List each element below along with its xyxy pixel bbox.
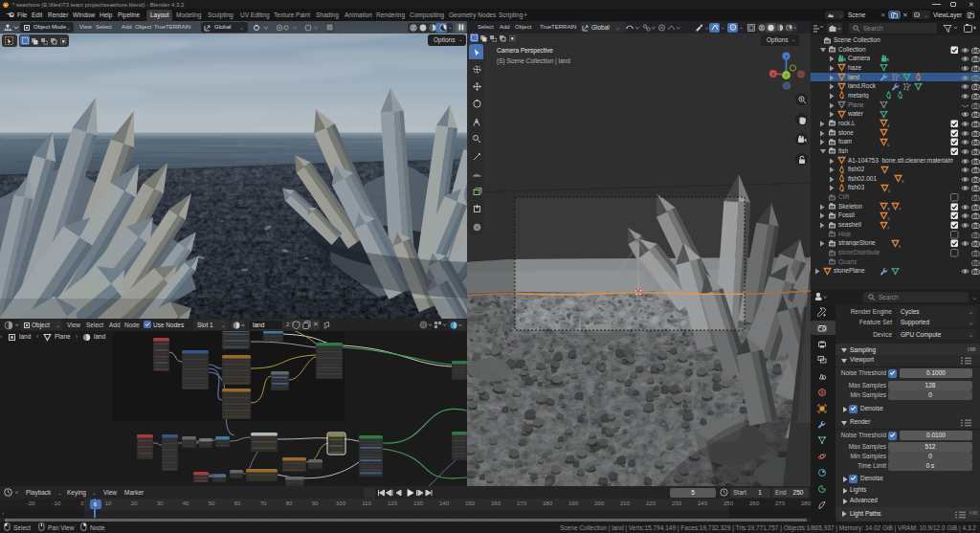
svg-text:Mussels: Mussels bbox=[209, 473, 227, 478]
svg-text:5: 5 bbox=[899, 244, 902, 249]
svg-text:7: 7 bbox=[887, 226, 890, 231]
svg-text:x: x bbox=[771, 71, 774, 77]
svg-text:5: 5 bbox=[887, 143, 890, 147]
svg-text:Y: Y bbox=[785, 73, 789, 78]
svg-text:z: z bbox=[785, 54, 788, 59]
svg-text:5: 5 bbox=[888, 189, 891, 193]
svg-text:7: 7 bbox=[899, 207, 902, 211]
svg-text:sb: sb bbox=[475, 226, 479, 230]
svg-text:3: 3 bbox=[902, 179, 904, 184]
